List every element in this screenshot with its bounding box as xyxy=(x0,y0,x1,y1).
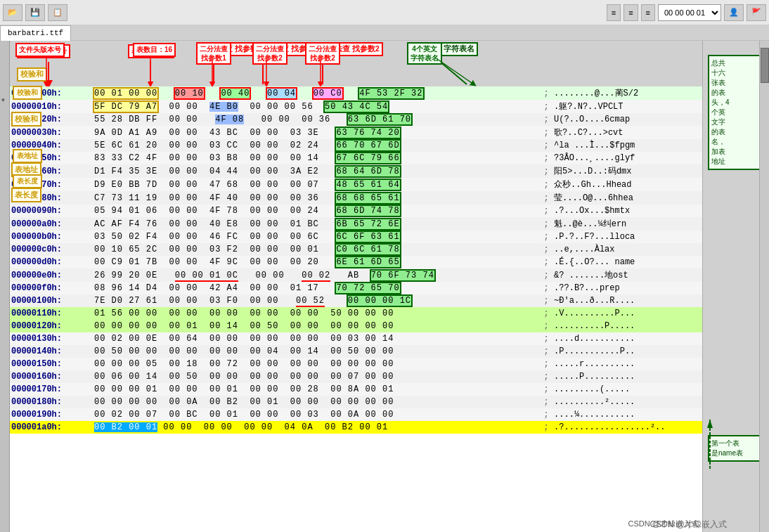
row-hex[interactable]: 00 00 00 05 00 18 00 72 00 00 00 00 00 0… xyxy=(93,358,542,370)
row-hex[interactable]: 00 C9 01 7B 00 00 4F 9C 00 00 00 20 6E 6… xyxy=(93,256,542,268)
row-address: 000000e0h: xyxy=(10,268,93,282)
row-ascii: 歌?..C?...>cvt xyxy=(552,126,702,139)
row-address: 00000160h: xyxy=(10,370,93,383)
toolbar: 📂 💾 📋 ≡ ≡ ≡ 00 00 00 01 👤 🚩 xyxy=(0,0,769,25)
table-row: 00000190h: 00 02 00 07 00 BC 00 01 00 00… xyxy=(10,408,702,421)
row-hex[interactable]: 00 00 00 00 00 01 00 14 00 50 00 00 00 0… xyxy=(93,320,542,332)
file-tab-bar: barbatri.ttf xyxy=(0,25,769,41)
row-sep: ; xyxy=(542,100,552,113)
row-ascii: ..e,....Àlax xyxy=(552,243,702,256)
toolbar-align-center[interactable]: ≡ xyxy=(623,4,638,21)
file-tab[interactable]: barbatri.ttf xyxy=(0,25,71,41)
row-address: 00000030h: xyxy=(10,126,93,139)
hex-center: 文件头版本号 表数目：16 二分法查 找参数1 二分法查 找参数2 二分法查 找… xyxy=(10,41,702,532)
row-sep: ; xyxy=(542,139,552,152)
row-address: 00000010h: xyxy=(10,100,93,113)
row-ascii: &? .......地ost xyxy=(552,268,702,282)
toolbar-open-button[interactable]: 📂 xyxy=(3,4,22,21)
row-address: 00000130h: xyxy=(10,332,93,345)
row-sep: ; xyxy=(542,383,552,396)
scrollbar[interactable] xyxy=(759,41,769,532)
row-hex[interactable]: 00 02 00 07 00 BC 00 01 00 00 00 03 00 0… xyxy=(93,408,542,421)
table-row: 00000170h: 00 00 00 01 00 00 00 01 00 00… xyxy=(10,383,702,396)
row-sep: ; xyxy=(542,358,552,370)
table-row: 000000e0h: 26 99 20 0E 00 00 01 0C 00 00… xyxy=(10,268,702,282)
row-sep: ; xyxy=(542,205,552,217)
row-ascii: ....¼........... xyxy=(552,408,702,421)
hex-table: 00000000h: 00 01 00 00 00 10 00 40 00 04 xyxy=(10,86,702,434)
right-panel: 总共 十六 张表 的表 头，4 个英 文字 的表 名， 加表 地址 第一个表 是… xyxy=(702,41,769,532)
row-hex[interactable]: 5E 6C 61 20 00 00 03 CC 00 00 02 24 66 7… xyxy=(93,139,542,152)
toolbar-flag-button[interactable]: 🚩 xyxy=(747,4,766,21)
row-address: 00000120h: xyxy=(10,320,93,332)
row-address: 000000c0h: xyxy=(10,243,93,256)
row-hex[interactable]: 00 01 00 00 00 10 00 40 00 04 00 C0 xyxy=(93,86,542,100)
row-sep: ; xyxy=(542,408,552,421)
row-hex[interactable]: 55 28 DB FF 00 00 4F 08 00 00 00 36 63 6… xyxy=(93,113,542,126)
row-hex[interactable]: 05 94 01 06 00 00 4F 78 00 00 00 24 68 6… xyxy=(93,205,542,217)
row-ascii: .P.?..F?...lloca xyxy=(552,231,702,243)
row-address: 000000b0h: xyxy=(10,231,93,243)
row-sep: ; xyxy=(542,320,552,332)
row-hex[interactable]: 00 02 00 0E 00 64 00 00 00 00 00 00 00 0… xyxy=(93,332,542,345)
row-hex[interactable]: AC AF F4 76 00 00 40 E8 00 00 01 BC 6B 6… xyxy=(93,217,542,231)
row-ascii: ~Ð'a...ð...R.... xyxy=(552,294,702,307)
table-row: 00000100h: 7E D0 27 61 00 00 03 F0 00 00… xyxy=(10,294,702,307)
row-hex[interactable]: 7E D0 27 61 00 00 03 F0 00 00 00 52 00 0… xyxy=(93,294,542,307)
row-hex[interactable]: 00 00 00 00 00 0A 00 B2 00 01 00 00 00 0… xyxy=(93,396,542,408)
table-row: 00000010h: 5F DC 79 A7 00 00 4E B0 00 00… xyxy=(10,100,702,113)
toolbar-person-button[interactable]: 👤 xyxy=(724,4,744,21)
annot-binary-param2b: 二分法查 找参数2 xyxy=(316,42,383,56)
row-hex[interactable]: 00 06 00 14 00 50 00 00 00 00 00 00 00 0… xyxy=(93,370,542,383)
row-address: 000000d0h: xyxy=(10,256,93,268)
table-row: 00000150h: 00 00 00 05 00 18 00 72 00 00… xyxy=(10,358,702,370)
row-address: 000000f0h: xyxy=(10,282,93,294)
toolbar-align-right[interactable]: ≡ xyxy=(641,4,655,21)
row-address: 00000150h: xyxy=(10,358,93,370)
row-ascii: .É.{..O?... name xyxy=(552,256,702,268)
table-row: 00000160h: 00 06 00 14 00 50 00 00 00 00… xyxy=(10,370,702,383)
row-sep: ; xyxy=(542,231,552,243)
row-sep: ; xyxy=(542,178,552,191)
row-sep: ; xyxy=(542,421,552,434)
row-hex[interactable]: 9A 0D A1 A9 00 00 43 BC 00 00 03 3E 63 7… xyxy=(93,126,542,139)
row-address: 00000020h: xyxy=(10,113,93,126)
toolbar-save-button[interactable]: 💾 xyxy=(25,4,45,21)
row-hex[interactable]: 00 50 00 00 00 00 00 00 00 04 00 14 00 5… xyxy=(93,345,542,358)
annot-checksum: 校验和 xyxy=(17,67,47,82)
row-hex[interactable]: D1 F4 35 3E 00 00 04 44 00 00 3A E2 68 6… xyxy=(93,164,542,178)
row-hex[interactable]: D9 E0 BB 7D 00 00 47 68 00 00 00 07 48 6… xyxy=(93,178,542,191)
file-tab-name: barbatri.ttf xyxy=(8,29,63,37)
row-hex[interactable]: 01 56 00 00 00 00 00 00 00 00 00 00 50 0… xyxy=(93,307,542,320)
row-hex[interactable]: 26 99 20 0E 00 00 01 0C 00 00 00 02 AB 7… xyxy=(93,268,542,282)
row-address: 00000170h: xyxy=(10,383,93,396)
toolbar-copy-button[interactable]: 📋 xyxy=(48,4,67,21)
row-hex[interactable]: 5F DC 79 A7 00 00 4E B0 00 00 00 56 50 4… xyxy=(93,100,542,113)
row-hex[interactable]: 08 96 14 D4 00 00 42 A4 00 00 01 17 70 7… xyxy=(93,282,542,294)
row-hex[interactable]: 00 10 65 2C 00 00 03 F2 00 00 00 01 C0 6… xyxy=(93,243,542,256)
row-ascii: 魁..@è...¼纠ern xyxy=(552,217,702,231)
row-ascii: ....d........... xyxy=(552,332,702,345)
row-ascii: .?...Ox...$hmtx xyxy=(552,205,702,217)
row-hex[interactable]: C7 73 11 19 00 00 4F 40 00 00 00 36 68 6… xyxy=(93,191,542,205)
toolbar-select[interactable]: 00 00 00 01 xyxy=(658,4,721,21)
table-row: 00000130h: 00 02 00 0E 00 64 00 00 00 00… xyxy=(10,332,702,345)
row-hex[interactable]: 00 B2 00 01 00 00 00 00 00 00 04 0A 00 B… xyxy=(93,421,542,434)
row-ascii: .??.B?...prep xyxy=(552,282,702,294)
watermark-display: CSDN @才鲸嵌入式 xyxy=(628,519,699,529)
annot-file-header: 文件头版本号 xyxy=(17,44,70,58)
row-hex[interactable]: 03 50 02 F4 00 00 46 FC 00 00 00 6C 6C 6… xyxy=(93,231,542,243)
svg-line-5 xyxy=(439,60,467,84)
table-row: 00000020h: 55 28 DB FF 00 00 4F 08 00 00… xyxy=(10,113,702,126)
scrollbar-thumb[interactable] xyxy=(761,48,769,83)
first-table-annotation: 第一个表 是name表 xyxy=(708,435,765,462)
table-row: 00000140h: 00 50 00 00 00 00 00 00 00 04… xyxy=(10,345,702,358)
page-wrapper: 📂 💾 📋 ≡ ≡ ≡ 00 00 00 01 👤 🚩 barbatri.ttf… xyxy=(0,0,769,532)
row-hex[interactable]: 83 33 C2 4F 00 00 03 B8 00 00 00 14 67 6… xyxy=(93,152,542,164)
row-hex[interactable]: 00 00 00 01 00 00 00 01 00 00 00 28 00 8… xyxy=(93,383,542,396)
row-address: 00000080h: xyxy=(10,191,93,205)
row-address: 00000190h: xyxy=(10,408,93,421)
table-row: 000000d0h: 00 C9 01 7B 00 00 4F 9C 00 00… xyxy=(10,256,702,268)
row-ascii: ?3ÂO...¸....glyf xyxy=(552,152,702,164)
toolbar-align-left[interactable]: ≡ xyxy=(607,4,621,21)
